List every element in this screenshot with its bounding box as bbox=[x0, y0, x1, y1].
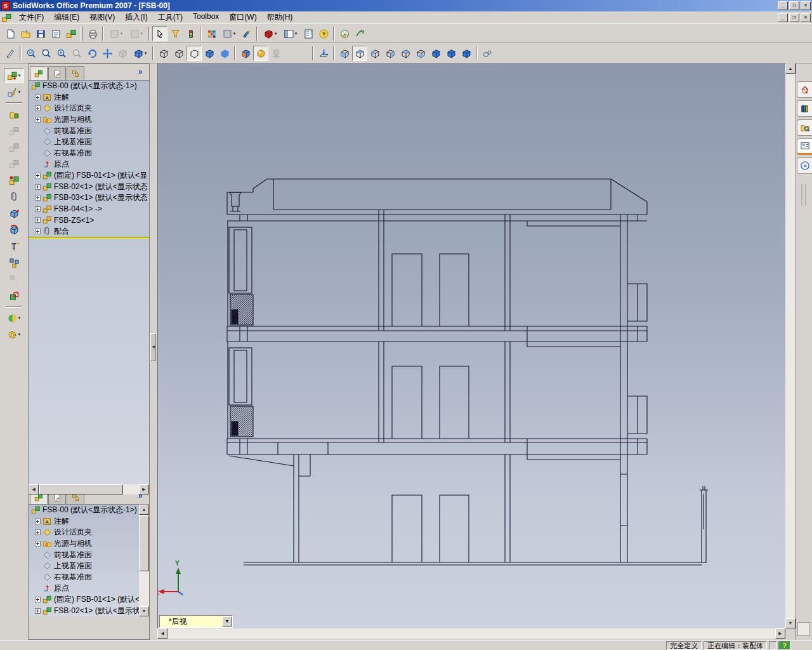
help-button[interactable]: ? bbox=[316, 26, 331, 41]
tree-item[interactable]: 设计活页夹 bbox=[29, 103, 149, 114]
redo-button[interactable]: ▼ bbox=[126, 26, 147, 41]
tree-item[interactable]: 上视基准面 bbox=[29, 136, 149, 148]
view-right-button[interactable] bbox=[383, 46, 398, 61]
normal-to-button[interactable] bbox=[316, 46, 331, 61]
expand-plus-icon[interactable] bbox=[35, 206, 41, 212]
view-bottom-button[interactable] bbox=[413, 46, 428, 61]
dropdown-arrow-icon[interactable]: ▼ bbox=[18, 74, 22, 77]
tree-item[interactable]: FSB-ZS<1> bbox=[29, 215, 149, 226]
design-library-button[interactable] bbox=[797, 100, 812, 117]
expand-plus-icon[interactable] bbox=[35, 117, 41, 123]
hidden-lines-removed-button[interactable] bbox=[187, 46, 202, 61]
options-list-button[interactable] bbox=[301, 26, 316, 41]
expand-plus-icon[interactable] bbox=[35, 519, 41, 524]
exploded-view-button[interactable] bbox=[6, 255, 22, 270]
shaded-with-edges-button[interactable] bbox=[202, 46, 217, 61]
dropdown-arrow-icon[interactable]: ▼ bbox=[140, 32, 144, 36]
dropdown-arrow-icon[interactable]: ▼ bbox=[144, 51, 148, 55]
collapse-task-pane-button[interactable]: « bbox=[797, 157, 812, 174]
select-cursor-button[interactable] bbox=[152, 26, 167, 41]
search-results-button[interactable] bbox=[797, 138, 812, 155]
interference-detection-button[interactable] bbox=[6, 288, 22, 303]
assemblyxpert-button[interactable]: ▼ bbox=[4, 327, 24, 342]
view-isometric-button[interactable] bbox=[428, 46, 443, 61]
selection-filter-button[interactable] bbox=[167, 26, 183, 41]
tree-item[interactable]: 设计活页夹 bbox=[29, 527, 139, 538]
shadows-in-shaded-button[interactable] bbox=[268, 46, 284, 61]
rollback-bar[interactable] bbox=[29, 237, 149, 239]
dropdown-arrow-icon[interactable]: ▼ bbox=[120, 32, 124, 36]
task-pane-layout-button[interactable]: ▼ bbox=[280, 26, 301, 41]
menu-item[interactable]: 视图(V) bbox=[84, 11, 120, 24]
tree-item[interactable]: FSB-04<1> -> bbox=[29, 204, 149, 215]
color-swatches-button[interactable] bbox=[204, 26, 219, 41]
view-back-button[interactable] bbox=[352, 46, 367, 61]
expand-plus-icon[interactable] bbox=[35, 105, 41, 111]
probe-tool-button[interactable] bbox=[3, 46, 18, 61]
propertymanager-tab[interactable] bbox=[48, 66, 66, 80]
open-folder-button[interactable] bbox=[18, 26, 33, 41]
expand-plus-icon[interactable] bbox=[35, 195, 41, 201]
expand-plus-icon[interactable] bbox=[35, 608, 41, 614]
panel-viewport-splitter[interactable]: ◀ bbox=[150, 63, 157, 640]
restore-button[interactable]: ❐ bbox=[789, 1, 799, 10]
move-component-button[interactable] bbox=[6, 206, 22, 221]
sw-explorer-button[interactable] bbox=[239, 26, 254, 41]
scroll-left-arrow[interactable]: ◀ bbox=[157, 628, 167, 639]
edit-component-button[interactable] bbox=[6, 173, 22, 188]
zoom-to-fit-button[interactable] bbox=[23, 46, 39, 61]
shaded-flyout-button[interactable]: ▼ bbox=[130, 46, 150, 61]
tree-root[interactable]: FSB-00 (默认<显示状态-1>) bbox=[29, 81, 149, 92]
dropdown-arrow-icon[interactable]: ▼ bbox=[294, 32, 298, 36]
view-dimetric-button[interactable] bbox=[459, 46, 474, 61]
tree-item[interactable]: 右视基准面 bbox=[29, 572, 139, 583]
tree-item[interactable]: A注解 bbox=[29, 92, 149, 103]
tree-item[interactable]: FSB-02<1> (默认<显示状态 bbox=[29, 181, 149, 192]
tree-root[interactable]: FSB-00 (默认<显示状态-1>) bbox=[29, 505, 139, 516]
section-view-button[interactable] bbox=[238, 46, 253, 61]
mate-button[interactable] bbox=[6, 189, 22, 204]
scroll-right-arrow[interactable]: ▶ bbox=[139, 484, 149, 494]
expand-plus-icon[interactable] bbox=[35, 95, 41, 100]
tree-item[interactable]: 光源与相机 bbox=[29, 114, 149, 126]
view-front-button[interactable] bbox=[337, 46, 352, 61]
open-component-button[interactable] bbox=[6, 107, 22, 122]
rebuild-traffic-light-button[interactable] bbox=[183, 26, 198, 41]
doc-restore-button[interactable]: ❐ bbox=[789, 13, 799, 22]
scroll-thumb[interactable] bbox=[39, 484, 123, 494]
menu-item[interactable]: 编辑(E) bbox=[49, 11, 84, 24]
simulation-button[interactable]: ▼ bbox=[4, 310, 24, 326]
tree-item[interactable]: 原点 bbox=[29, 583, 139, 594]
rotate-view-button[interactable] bbox=[84, 46, 100, 61]
view-trimetric-button[interactable] bbox=[443, 46, 459, 61]
tree-item[interactable]: 右视基准面 bbox=[29, 148, 149, 159]
undo-button[interactable]: ▼ bbox=[106, 26, 126, 41]
menu-item[interactable]: Toolbox bbox=[188, 11, 224, 24]
online-help-button[interactable]: e bbox=[337, 26, 352, 41]
doc-minimize-button[interactable]: _ bbox=[778, 13, 788, 22]
change-suppression-state-button[interactable] bbox=[6, 156, 22, 171]
whats-new-button[interactable] bbox=[352, 26, 367, 41]
tree-item[interactable]: FSB-02<1> (默认<显示状 bbox=[29, 605, 139, 616]
splitter-grip[interactable]: ◀ bbox=[150, 333, 156, 361]
view-top-button[interactable] bbox=[398, 46, 413, 61]
minimize-button[interactable]: _ bbox=[778, 1, 788, 10]
configurationmanager-tab[interactable] bbox=[67, 66, 84, 80]
expand-plus-icon[interactable] bbox=[35, 529, 41, 535]
tree-item[interactable]: 配合 bbox=[29, 226, 149, 237]
dropdown-arrow-icon[interactable]: ▼ bbox=[18, 316, 22, 320]
tree-item[interactable]: 前视基准面 bbox=[29, 125, 149, 136]
expand-panel-button[interactable]: » bbox=[133, 67, 148, 80]
expand-plus-icon[interactable] bbox=[35, 541, 41, 547]
graphics-viewport[interactable]: Y X *后视 ▼ bbox=[157, 63, 785, 628]
save-button[interactable] bbox=[33, 26, 48, 41]
view-orientation-button[interactable] bbox=[480, 46, 495, 61]
shaded-button[interactable] bbox=[217, 46, 232, 61]
dropdown-arrow-icon[interactable]: ▼ bbox=[274, 32, 278, 36]
combo-dropdown-icon[interactable]: ▼ bbox=[222, 616, 232, 627]
close-button[interactable]: × bbox=[801, 1, 811, 10]
realview-graphics-button[interactable] bbox=[253, 46, 268, 61]
viewport-v-scrollbar[interactable]: ▲ ▼ bbox=[785, 63, 796, 628]
view-left-button[interactable] bbox=[367, 46, 383, 61]
expand-plus-icon[interactable] bbox=[35, 184, 41, 190]
